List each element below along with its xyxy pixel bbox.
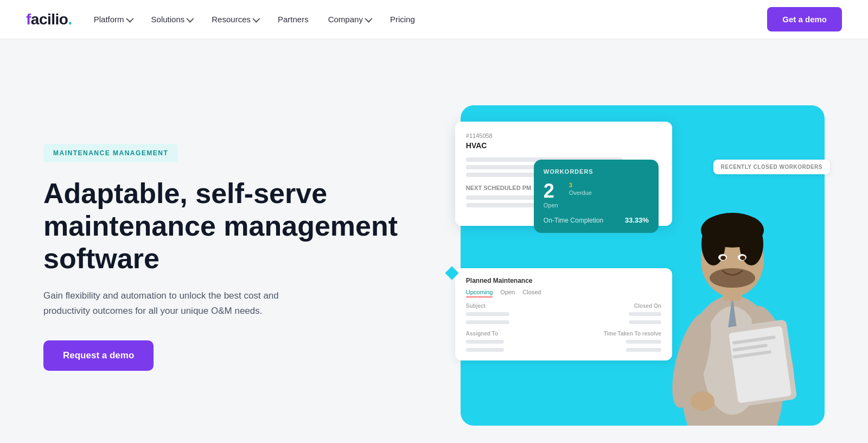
hero-section: MAINTENANCE MANAGEMENT Adaptable, self-s… — [0, 39, 868, 443]
open-label: Open — [544, 202, 558, 208]
navbar: facilio. Platform Solutions Resources Pa… — [0, 0, 868, 39]
hero-left: MAINTENANCE MANAGEMENT Adaptable, self-s… — [43, 144, 450, 370]
open-count: 2 — [544, 181, 558, 201]
svg-point-15 — [691, 391, 714, 411]
nav-pricing[interactable]: Pricing — [390, 15, 415, 24]
workorders-numbers: 2 Open 3 Overdue — [544, 181, 649, 208]
chevron-down-icon — [187, 15, 194, 22]
workorders-widget: WORKORDERS 2 Open 3 Overdue On-Time Comp… — [534, 160, 659, 233]
on-time-label: On-Time Completion — [544, 217, 603, 224]
nav-partners[interactable]: Partners — [278, 15, 309, 24]
chevron-down-icon — [365, 15, 372, 22]
open-count-container: 2 Open — [544, 181, 558, 208]
request-demo-button[interactable]: Request a demo — [43, 340, 154, 371]
nav-solutions[interactable]: Solutions — [151, 15, 193, 24]
get-demo-button[interactable]: Get a demo — [767, 7, 842, 31]
overdue-label: Overdue — [569, 189, 592, 196]
nav-platform[interactable]: Platform — [94, 15, 132, 24]
nav-links: Platform Solutions Resources Partners Co… — [94, 15, 415, 24]
recently-closed-badge: RECENTLY CLOSED WORKORDERS — [713, 160, 830, 174]
tab-closed[interactable]: Closed — [522, 289, 541, 298]
nav-resources[interactable]: Resources — [212, 15, 258, 24]
logo[interactable]: facilio. — [26, 11, 72, 28]
hero-right: #1145058 HVAC NEXT SCHEDULED PM WORKORDE… — [450, 89, 825, 426]
chevron-down-icon — [252, 15, 260, 22]
overdue-count-container: 3 Overdue — [569, 181, 592, 208]
cell-line — [466, 320, 509, 324]
tab-open[interactable]: Open — [500, 289, 515, 298]
hero-title: Adaptable, self-serve maintenance manage… — [43, 178, 428, 275]
col-subject: Subject — [466, 303, 486, 309]
nav-company[interactable]: Company — [328, 15, 371, 24]
col-assigned-to: Assigned To — [466, 331, 498, 337]
cell-line — [466, 312, 509, 316]
cell-line — [466, 340, 504, 344]
tab-upcoming[interactable]: Upcoming — [466, 289, 493, 298]
person-svg — [640, 100, 825, 426]
workorders-label: WORKORDERS — [544, 168, 649, 175]
on-time-value: 33.33% — [625, 216, 649, 224]
on-time-completion: On-Time Completion 33.33% — [544, 216, 649, 224]
hero-person-image — [629, 89, 835, 426]
svg-rect-18 — [729, 326, 792, 403]
chevron-down-icon — [126, 15, 133, 22]
hero-badge: MAINTENANCE MANAGEMENT — [43, 144, 178, 162]
cell-line — [466, 348, 504, 352]
overdue-count: 3 — [569, 182, 592, 188]
svg-point-10 — [720, 256, 726, 260]
svg-point-11 — [740, 256, 745, 260]
nav-left: facilio. Platform Solutions Resources Pa… — [26, 11, 415, 28]
svg-point-12 — [710, 268, 755, 288]
hero-subtitle: Gain flexibility and automation to unloc… — [43, 288, 315, 319]
